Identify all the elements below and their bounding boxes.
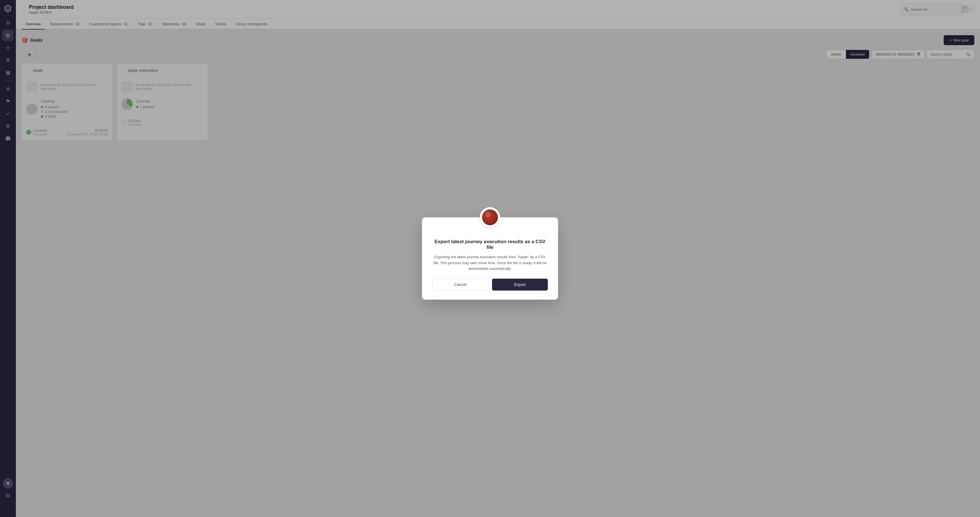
modal-content: Export latest journey execution results … <box>432 239 548 290</box>
modal-avatar-wrap <box>480 207 500 228</box>
modal-title: Export latest journey execution results … <box>432 239 548 250</box>
modal-avatar-inner <box>482 209 498 225</box>
cancel-button[interactable]: Cancel <box>432 279 488 290</box>
export-modal: Export latest journey execution results … <box>422 217 558 300</box>
export-button[interactable]: Export <box>492 279 548 290</box>
modal-actions: Cancel Export <box>432 279 548 290</box>
modal-avatar <box>480 207 500 228</box>
modal-overlay[interactable]: Export latest journey execution results … <box>0 0 980 517</box>
modal-body: Exporting the latest journey execution r… <box>432 254 548 272</box>
